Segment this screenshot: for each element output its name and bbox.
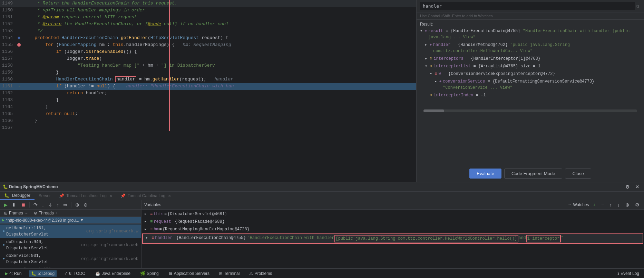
var-icon-0: ≡	[435, 71, 437, 77]
evaluate-button[interactable]: Evaluate	[469, 169, 501, 179]
code-fragment-mode-button[interactable]: Code Fragment Mode	[504, 169, 562, 179]
var-icon-interceptors: ⊙	[430, 56, 432, 62]
event-log-icon: ℹ	[617, 271, 619, 276]
frame-text-getHandler: getHandler:1161, DispatcherServlet	[6, 225, 86, 238]
variables-panel: Variables → Watches + − ↑ ↓ ⊕ ⚙ ▸ ≡	[142, 200, 644, 268]
code-line-1152: 1152 * @return the HandlerExecutionChain…	[0, 21, 416, 28]
debug-bottom-panel: 🐛 Debug SpringMVC-demo ⚙ ✕ 🐛 Debugger Se…	[0, 182, 644, 268]
status-bar: ▶ 4: Run 🐛 5: Debug ✓ 6: TODO ☕ Java Ent…	[0, 268, 644, 278]
code-line-1157: 1157 logger.trace(	[0, 55, 416, 62]
step-over-button[interactable]: ↷	[32, 201, 39, 209]
evaluate-scrollbar-thumb	[423, 109, 444, 112]
result-tree-item-interceptorList[interactable]: ▾ ⊙ interceptorList = {ArrayList@4765} s…	[420, 63, 641, 70]
frame-item-doDispatch[interactable]: ● doDispatch:940, DispatcherServlet org.…	[0, 238, 141, 252]
code-line-1156: 1156 if (logger.isTraceEnabled()) {	[0, 48, 416, 55]
pause-button[interactable]: ⏸	[10, 201, 18, 209]
result-tree-item-0[interactable]: ▾ ≡ 0 = {ConversionServiceExposingInterc…	[420, 70, 641, 78]
status-event-log[interactable]: ℹ Event Log	[615, 270, 641, 277]
variable-hm[interactable]: ▸ ≡ hm = {RequestMappingHandlerMapping@4…	[142, 226, 644, 233]
status-todo[interactable]: ✓ 6: TODO	[62, 270, 88, 277]
status-problems[interactable]: ⚠ Problems	[247, 270, 274, 277]
code-line-1154: 1154 ◉ protected HandlerExecutionChain g…	[0, 35, 416, 41]
result-tree-item-conversionService[interactable]: ▸ ◈ conversionService = {DefaultFormatti…	[420, 78, 641, 92]
var-icon-result: ◈	[425, 28, 427, 34]
evaluate-hint: Use Control+Shift+Enter to add to Watche…	[417, 12, 644, 20]
close-evaluate-button[interactable]: Close	[565, 169, 591, 179]
result-tree-item-result[interactable]: ▾ ◈ result = {HandlerExecutionChain@4755…	[420, 27, 641, 41]
frame-item-doService[interactable]: ● doService:901, DispatcherServlet org.s…	[0, 252, 141, 266]
debug-title-bar: 🐛 Debug SpringMVC-demo ⚙ ✕	[0, 182, 644, 192]
threads-tab[interactable]: ⊗ Threads +	[31, 210, 60, 217]
settings-button[interactable]: ⚙	[624, 183, 632, 191]
evaluate-expression-button[interactable]: ⊕	[74, 201, 81, 209]
status-spring[interactable]: 🌿 Spring	[138, 270, 161, 277]
var-obj-icon-handler: ≡	[152, 235, 154, 241]
pin-icon-2: 📌	[120, 193, 126, 198]
frames-panel: ▶ ⏸ ⏹ ↷ ↓ ⇓ ↑ ⇒ ⊕ ⊘ ⊞ Frames	[0, 200, 142, 268]
step-out-button[interactable]: ↑	[55, 201, 61, 209]
threads-icon: ⊗	[34, 211, 37, 215]
var-icon-interceptorIndex: ⊙	[430, 92, 432, 98]
status-terminal[interactable]: ⊞ Terminal	[217, 270, 242, 277]
debug-main-tabs: 🐛 Debugger Server 📌 Tomcat Localhost Log…	[0, 192, 644, 200]
var-icon-interceptorList: ⊙	[430, 63, 432, 69]
code-line-1151: 1151 * @param request current HTTP reque…	[0, 14, 416, 21]
result-label: Result:	[417, 20, 644, 27]
code-line-1163: 1163 }	[0, 97, 416, 104]
variable-handler[interactable]: ▸ ≡ handler = {HandlerExecutionChain@475…	[142, 233, 643, 244]
terminal-icon: ⊞	[219, 271, 223, 276]
frame-text-doDispatch: doDispatch:940, DispatcherServlet	[6, 239, 81, 251]
frame-item-getHandler[interactable]: ● getHandler:1161, DispatcherServlet org…	[0, 224, 141, 238]
add-watch-button[interactable]: +	[591, 201, 597, 209]
evaluate-copy-button[interactable]: ⧉	[635, 3, 641, 9]
frames-icon: ⊞	[4, 211, 8, 215]
thread-selector-row[interactable]: ▶ *http-nio-8080-exec-4*@2,398 in grou..…	[0, 217, 141, 224]
result-tree-item-handler[interactable]: ▸ ◈ handler = {HandlerMethod@4762} "publ…	[420, 41, 641, 55]
status-debug[interactable]: 🐛 5: Debug	[29, 270, 57, 277]
result-tree-item-interceptors[interactable]: ▸ ⊙ interceptors = {HandlerInterceptor[1…	[420, 55, 641, 63]
settings-watch-button[interactable]: ⚙	[633, 201, 641, 209]
tab-server[interactable]: Server	[35, 192, 55, 200]
thread-dropdown[interactable]: ▼	[81, 218, 83, 223]
var-icon-conversionService: ◈	[439, 78, 441, 85]
frame-text-doService: doService:901, DispatcherServlet	[6, 253, 81, 265]
run-to-cursor-button[interactable]: ⇒	[61, 201, 69, 209]
copy-watch-button[interactable]: ⊕	[624, 201, 631, 209]
tab-tomcat-catalina-close[interactable]: ✕	[168, 194, 171, 198]
stop-button[interactable]: ⏹	[19, 201, 27, 209]
watch-down-button[interactable]: ↓	[616, 201, 622, 209]
variables-toolbar: Variables → Watches + − ↑ ↓ ⊕ ⚙	[142, 200, 644, 210]
variable-request[interactable]: ▸ ≡ request = {RequestFacade@4688}	[142, 218, 644, 226]
tab-tomcat-localhost[interactable]: 📌 Tomcat Localhost Log ✕	[55, 192, 116, 200]
tab-tomcat-localhost-close[interactable]: ✕	[109, 194, 112, 198]
status-app-servers[interactable]: 🖥 Application Servers	[166, 270, 212, 277]
result-tree-item-interceptorIndex[interactable]: ▸ ⊙ interceptorIndex = -1	[420, 92, 641, 99]
panel-close-button[interactable]: ✕	[634, 183, 641, 191]
evaluate-scrollbar[interactable]	[423, 109, 637, 112]
code-line-1161: 1161 → if (handler != null) { handler: "…	[0, 83, 416, 90]
code-line-1158: 1158 "Testing handler map [" + hm + "] i…	[0, 62, 416, 69]
code-line-1160: 1160 HandlerExecutionChain handler = hm.…	[0, 76, 416, 83]
variable-this[interactable]: ▸ ≡ this = {DispatcherServlet@4681}	[142, 210, 644, 218]
status-java-enterprise[interactable]: ☕ Java Enterprise	[93, 270, 133, 277]
watch-up-button[interactable]: ↑	[608, 201, 614, 209]
todo-icon: ✓	[64, 271, 68, 276]
remove-watch-button[interactable]: −	[599, 201, 606, 209]
frame-icon-doDispatch: ●	[3, 242, 5, 248]
variables-label: Variables	[144, 202, 161, 207]
tab-tomcat-catalina[interactable]: 📌 Tomcat Catalina Log ✕	[116, 192, 175, 200]
pin-icon: 📌	[59, 193, 64, 198]
status-run[interactable]: ▶ 4: Run	[3, 270, 23, 277]
force-step-into-button[interactable]: ⇓	[47, 201, 54, 209]
var-icon-handler: ◈	[430, 42, 432, 48]
debug-icon: 🐛	[31, 271, 36, 276]
tab-debugger[interactable]: 🐛 Debugger	[0, 192, 35, 200]
evaluate-input[interactable]	[420, 2, 635, 10]
step-into-button[interactable]: ↓	[40, 201, 46, 209]
problems-icon: ⚠	[249, 271, 253, 276]
frames-tab[interactable]: ⊞ Frames →	[1, 210, 31, 217]
mute-breakpoints-button[interactable]: ⊘	[82, 201, 89, 209]
resume-button[interactable]: ▶	[2, 201, 9, 209]
evaluate-panel: ⧉ Use Control+Shift+Enter to add to Watc…	[416, 0, 644, 182]
frame-item-processRequest[interactable]: ● processRequest:970, FrameworkServlet o…	[0, 266, 141, 268]
